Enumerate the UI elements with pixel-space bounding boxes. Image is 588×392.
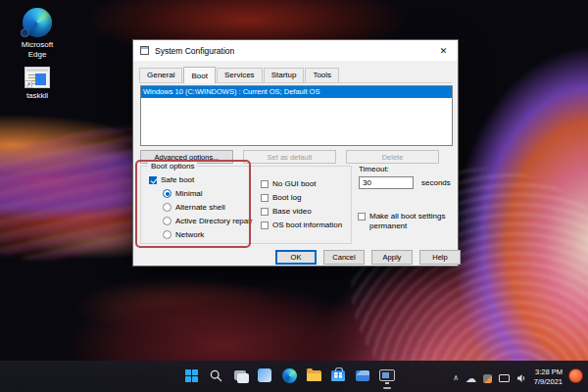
delete-button[interactable]: Delete (346, 150, 439, 164)
safe-boot-checkbox[interactable]: Safe boot (149, 175, 194, 184)
timeout-unit-label: seconds (421, 178, 451, 187)
system-configuration-dialog: System Configuration ✕ General Boot Serv… (132, 39, 459, 267)
checkbox-icon (261, 221, 269, 229)
checkbox-checked-icon (149, 176, 157, 184)
dialog-title: System Configuration (155, 46, 234, 56)
timeout-input[interactable] (359, 176, 414, 189)
start-button-icon[interactable] (181, 366, 201, 385)
cancel-button[interactable]: Cancel (323, 250, 365, 265)
desktop-icon-label: Microsoft Edge (13, 40, 62, 59)
ok-button[interactable]: OK (275, 250, 317, 265)
radio-icon (163, 230, 172, 239)
mail-icon[interactable] (353, 366, 372, 385)
radio-icon (163, 217, 172, 225)
checkbox-icon (261, 208, 269, 216)
msconfig-window-icon (140, 46, 149, 55)
radio-selected-icon (163, 189, 172, 198)
speaker-icon[interactable] (516, 369, 527, 387)
taskbar: ∧ ☁ 3:28 PM 7/9/2021 (0, 361, 588, 392)
tab-services[interactable]: Services (217, 68, 263, 82)
edge-badge-icon (21, 28, 29, 37)
radio-alternate-shell[interactable]: Alternate shell (163, 203, 225, 212)
display-network-icon[interactable] (499, 374, 510, 382)
taskbar-clock[interactable]: 3:28 PM 7/9/2021 (534, 368, 563, 387)
microsoft-store-icon[interactable] (328, 366, 348, 385)
tray-time: 3:28 PM (534, 368, 563, 377)
tab-boot[interactable]: Boot (183, 67, 215, 83)
os-boot-information-checkbox[interactable]: OS boot information (261, 220, 342, 229)
radio-icon (163, 203, 172, 212)
system-configuration-taskbar-icon[interactable] (377, 366, 397, 385)
tray-alert-icon[interactable] (483, 374, 492, 383)
record-indicator-icon[interactable] (568, 368, 583, 383)
edge-icon (23, 8, 52, 37)
dialog-titlebar: System Configuration ✕ (133, 40, 458, 61)
tab-startup[interactable]: Startup (264, 68, 305, 82)
apply-button[interactable]: Apply (371, 250, 413, 265)
checkbox-icon (358, 213, 366, 220)
boot-entry-row[interactable]: Windows 10 (C:\WINDOWS) : Current OS; De… (141, 86, 452, 98)
radio-active-directory-repair[interactable]: Active Directory repair (163, 217, 253, 225)
base-video-checkbox[interactable]: Base video (261, 207, 312, 216)
edge-taskbar-icon[interactable] (279, 366, 299, 385)
tabstrip: General Boot Services Startup Tools (139, 64, 452, 83)
close-icon[interactable]: ✕ (429, 40, 458, 61)
widgets-icon[interactable] (255, 366, 274, 385)
task-view-icon[interactable] (230, 366, 250, 385)
radio-network[interactable]: Network (163, 230, 204, 239)
help-button[interactable]: Help (419, 250, 461, 265)
search-icon[interactable] (206, 366, 225, 385)
shortcut-arrow-icon: ↗ (24, 80, 32, 88)
no-gui-boot-checkbox[interactable]: No GUI boot (261, 179, 316, 188)
taskbar-center-icons (181, 366, 397, 385)
boot-options-group-label: Boot options (148, 162, 197, 171)
boot-options-group: Boot options Safe boot Minimal Alternate… (140, 166, 352, 244)
desktop-screen: Microsoft Edge ↗ taskkil System Configur… (0, 0, 588, 392)
radio-minimal[interactable]: Minimal (163, 189, 203, 198)
file-explorer-icon[interactable] (304, 366, 323, 385)
desktop-icon-taskkil[interactable]: ↗ taskkil (13, 67, 62, 101)
checkbox-icon (261, 180, 269, 188)
desktop-icon-microsoft-edge[interactable]: Microsoft Edge (13, 8, 62, 59)
onedrive-cloud-icon[interactable]: ☁ (466, 373, 476, 384)
checkbox-icon (261, 194, 269, 202)
tab-tools[interactable]: Tools (305, 68, 339, 82)
hidden-icons-chevron-icon[interactable]: ∧ (453, 374, 459, 382)
tab-general[interactable]: General (139, 68, 182, 82)
boot-log-checkbox[interactable]: Boot log (261, 193, 301, 202)
desktop-icon-label: taskkil (13, 91, 62, 101)
application-shortcut-icon: ↗ (24, 67, 50, 88)
tray-date: 7/9/2021 (534, 377, 563, 387)
make-permanent-checkbox[interactable]: Make all boot settings permanent (358, 212, 453, 231)
boot-entries-listbox[interactable]: Windows 10 (C:\WINDOWS) : Current OS; De… (140, 85, 453, 146)
system-tray: ∧ ☁ (453, 369, 527, 387)
set-as-default-button[interactable]: Set as default (243, 150, 336, 164)
timeout-label: Timeout: (359, 165, 389, 173)
